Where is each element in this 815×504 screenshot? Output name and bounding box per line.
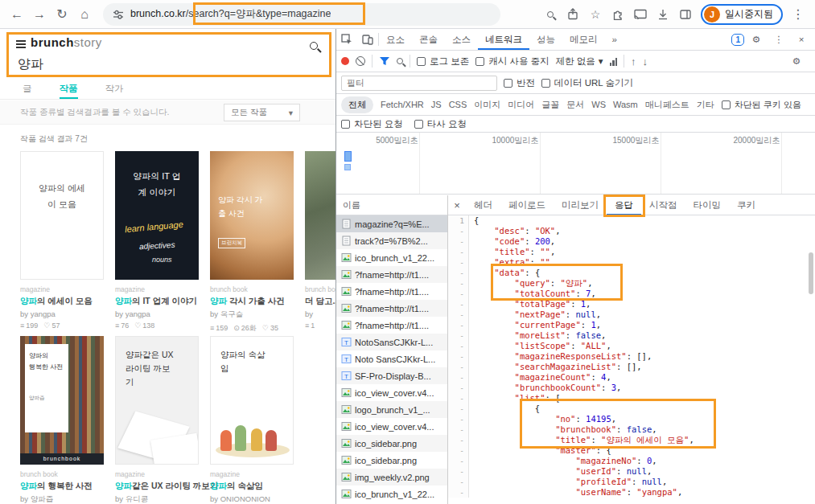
result-card[interactable]: 양파 각시 가 출 사건브런치북brunch book양파 각시 가출 사건by… (210, 151, 294, 334)
filter-chip-other[interactable]: 기타 (697, 99, 714, 111)
filter-chip-manifest[interactable]: 매니페스트 (645, 99, 689, 111)
card-author[interactable]: by yangpa (20, 309, 110, 318)
record-icon[interactable] (341, 57, 349, 65)
network-request-row[interactable]: ?fname=http://t1.... (336, 266, 447, 283)
result-card[interactable]: 양파의 행복한 사전양파즙brunchbookbrunch book양파의 행복… (20, 336, 104, 504)
card-cover[interactable]: 양파의 속삶 임 (210, 336, 294, 465)
page-search-icon[interactable] (310, 39, 318, 53)
network-request-row[interactable]: img_weekly.v2.png (336, 469, 447, 486)
detail-tab-headers[interactable]: 헤더 (466, 195, 500, 215)
filter-funnel-icon[interactable] (379, 56, 390, 66)
blocked-requests-checkbox[interactable]: 차단된 요청 (341, 118, 403, 130)
response-json[interactable]: 1{- "desc": "OK",- "code": 200,- "title"… (448, 215, 815, 504)
devtools-menu-icon[interactable]: ⋮ (768, 29, 789, 50)
network-request-row[interactable]: TNoto SansCJKkr-L... (336, 350, 447, 367)
card-title[interactable]: 양파의 에세이 모음 (20, 296, 110, 307)
card-title[interactable]: 더 담고... (305, 296, 335, 307)
more-tabs-icon[interactable]: » (605, 29, 624, 50)
detail-close-icon[interactable]: × (448, 199, 466, 211)
network-request-row[interactable]: ico_view_cover.v4... (336, 384, 447, 401)
detail-tab-initiator[interactable]: 시작점 (641, 195, 685, 215)
network-request-row[interactable]: ?fname=http://t1.... (336, 317, 447, 334)
disable-cache-checkbox[interactable]: 캐시 사용 중지 (475, 55, 549, 68)
address-bar[interactable]: brunch.co.kr/search?q=양파&type=magazine (103, 3, 500, 26)
issues-badge[interactable]: 1 (731, 34, 744, 46)
download-icon[interactable] (652, 4, 673, 25)
card-author[interactable]: by 옥구슬 (210, 309, 300, 320)
network-request-row[interactable]: logo_brunch_v1_... (336, 401, 447, 418)
network-request-row[interactable]: magazine?q=%E... (336, 215, 447, 232)
devtools-tab-memory[interactable]: 메모리 (562, 29, 605, 50)
devtools-tab-console[interactable]: 콘솔 (412, 29, 445, 50)
profile-button[interactable]: J 일시중지됨 (701, 4, 783, 25)
card-cover[interactable]: 양파의 행복한 사전양파즙brunchbook (20, 336, 104, 465)
detail-tab-timing[interactable]: 타이밍 (685, 195, 730, 215)
search-input[interactable]: 양파 (18, 56, 43, 73)
menu-hamburger-icon[interactable] (16, 40, 26, 51)
filter-chip-css[interactable]: CSS (449, 100, 467, 109)
card-title[interactable]: 양파 각시 가출 사건 (210, 296, 300, 307)
filter-chip-fetch-xhr[interactable]: Fetch/XHR (381, 100, 424, 109)
network-request-row[interactable]: TNotoSansCJKkr-L... (336, 334, 447, 350)
filter-chip-js[interactable]: JS (431, 100, 442, 109)
card-author[interactable]: by 양파즙 (20, 494, 110, 504)
filter-chip-all[interactable]: 전체 (341, 96, 373, 113)
clear-icon[interactable] (356, 56, 365, 66)
result-card[interactable]: 양파의 에세 이 모음magazine양파의 에세이 모음by yangpa≡1… (20, 151, 104, 334)
network-request-row[interactable]: ico_brunch_v1_22... (336, 249, 447, 266)
result-card[interactable]: 양파의 IT 업 계 이야기learn languageadjectivesno… (115, 151, 199, 334)
result-card[interactable]: 양파같은 UX 라이팅 까보 기magazine양파같은 UX 라이팅 까보기b… (115, 336, 199, 504)
network-request-row[interactable]: ico_view_cover.v4... (336, 418, 447, 435)
devtools-tab-elements[interactable]: 요소 (379, 29, 412, 50)
devtools-settings-icon[interactable]: ⚙ (746, 29, 767, 50)
card-cover[interactable] (305, 151, 335, 280)
search-icon[interactable] (540, 4, 561, 25)
detail-tab-response[interactable]: 응답 (607, 195, 641, 215)
scrollbar-thumb[interactable] (809, 252, 813, 294)
blocked-cookies-checkbox[interactable]: 차단된 쿠키 있음 (722, 99, 801, 111)
devtools-tab-network[interactable]: 네트워크 (478, 29, 529, 50)
invert-checkbox[interactable]: 반전 (504, 77, 535, 89)
import-har-icon[interactable]: ↑ (631, 55, 636, 68)
third-party-checkbox[interactable]: 타사 요청 (414, 118, 467, 130)
request-list-header[interactable]: 이름 (336, 195, 447, 215)
reload-icon[interactable]: ↻ (51, 4, 72, 25)
card-author[interactable]: by (305, 309, 335, 318)
network-request-row[interactable]: TSF-Pro-Display-B... (336, 367, 447, 384)
cast-icon[interactable] (630, 4, 651, 25)
share-icon[interactable] (562, 4, 583, 25)
filter-chip-font[interactable]: 글꼴 (541, 99, 559, 111)
card-author[interactable]: by yangpa (115, 309, 205, 318)
card-title[interactable]: 양파같은 UX 라이팅 까보기 (115, 481, 205, 492)
browser-menu-icon[interactable]: ⋮ (788, 4, 809, 25)
search-tab-works[interactable]: 작품 (60, 79, 78, 99)
card-title[interactable]: 양파의 속삶임 (210, 481, 300, 492)
export-har-icon[interactable]: ↓ (643, 55, 648, 68)
back-icon[interactable]: ← (6, 4, 27, 25)
brunch-logo[interactable]: brunchstory (31, 35, 102, 49)
hide-data-urls-checkbox[interactable]: 데이터 URL 숨기기 (541, 77, 633, 89)
preserve-log-checkbox[interactable]: 로그 보존 (417, 55, 469, 68)
filter-chip-ws[interactable]: WS (591, 100, 606, 109)
card-author[interactable]: by ONIONONION (210, 494, 300, 503)
card-cover[interactable]: 양파의 에세 이 모음 (20, 151, 104, 280)
network-conditions-icon[interactable] (610, 57, 618, 66)
network-request-row[interactable]: ?fname=http://t1.... (336, 283, 447, 300)
devtools-tab-sources[interactable]: 소스 (445, 29, 478, 50)
network-overview-timeline[interactable]: 5000밀리초10000밀리초15000밀리초20000밀리초 (336, 133, 815, 195)
devtools-close-icon[interactable]: × (791, 29, 812, 50)
result-card[interactable]: 양파의 속삶 임magazine양파의 속삶임by ONIONONION≡4♡2 (210, 336, 294, 504)
devtools-tab-performance[interactable]: 성능 (529, 29, 562, 50)
result-card[interactable]: brunch book더 담고...by≡1 (305, 151, 335, 334)
card-cover[interactable]: 양파 각시 가 출 사건브런치북 (210, 151, 294, 280)
filter-chip-img[interactable]: 이미지 (474, 99, 500, 111)
network-request-row[interactable]: track?d=%7B%2... (336, 232, 447, 249)
throttling-select[interactable]: 제한 없음▾ (556, 55, 603, 68)
card-title[interactable]: 양파의 행복한 사전 (20, 481, 110, 492)
extensions-puzzle-icon[interactable] (607, 4, 628, 25)
home-icon[interactable]: ⌂ (74, 4, 95, 25)
search-tab-posts[interactable]: 글 (23, 79, 32, 99)
card-cover[interactable]: 양파의 IT 업 계 이야기learn languageadjectivesno… (115, 151, 199, 280)
detail-tab-payload[interactable]: 페이로드 (500, 195, 554, 215)
network-settings-icon[interactable]: ⚙ (786, 51, 807, 72)
